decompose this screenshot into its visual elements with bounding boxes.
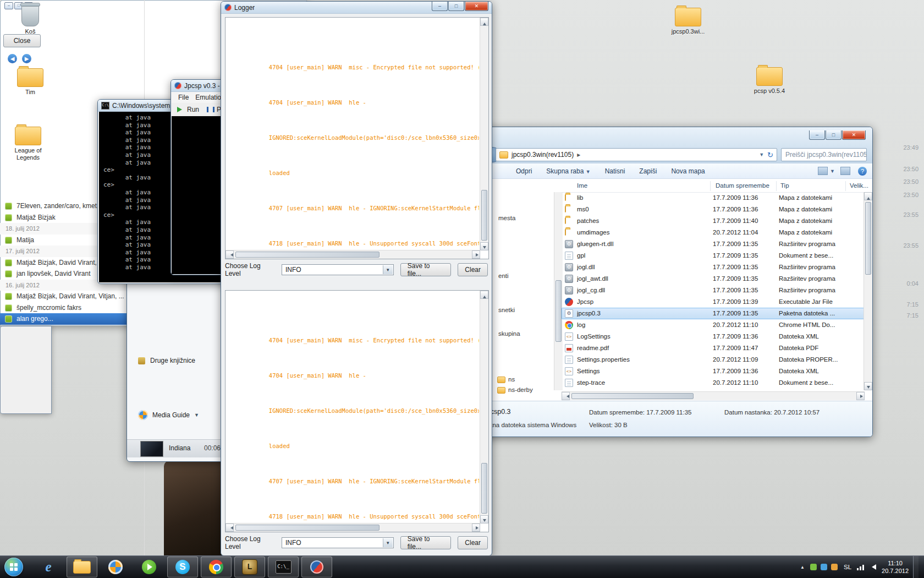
table-row[interactable]: jogl_awt.dll 17.7.2009 11:35 Razširitev … [562,273,865,285]
share-button[interactable]: Skupna raba ▼ [546,167,590,175]
new-folder-button[interactable]: Nova mapa [671,167,705,175]
table-row[interactable]: LogSettings 17.7.2009 11:36 Datoteka XML [562,331,865,342]
maximize-button[interactable]: □ [448,2,464,11]
media-guide-button[interactable]: Media Guide ▼ [138,410,199,420]
log-hscrollbar[interactable] [226,523,480,532]
next-arrow-icon[interactable]: ▶ [22,54,31,63]
tray-app-icon[interactable] [821,564,827,570]
minimize-button[interactable]: – [432,2,448,11]
table-row[interactable]: patches 17.7.2009 11:40 Mapa z datotekam… [562,215,865,227]
language-indicator[interactable]: SL [844,564,851,570]
table-row[interactable]: gluegen-rt.dll 17.7.2009 11:35 Razširite… [562,238,865,250]
chevron-down-icon[interactable]: ▼ [830,168,835,174]
table-row[interactable]: step-trace 20.7.2012 11:10 Dokument z be… [562,377,865,389]
table-row[interactable]: umdimages 20.7.2012 11:04 Mapa z datotek… [562,227,865,238]
breadcrumb[interactable]: jpcsp0.3win(rev1105) [512,151,574,159]
table-row[interactable]: log 20.7.2012 11:10 Chrome HTML Do... [562,319,865,331]
minimize-button[interactable]: – [809,130,825,140]
tray-app-icon[interactable] [831,564,838,570]
column-name[interactable]: Ime [577,182,587,189]
table-row[interactable]: readme.pdf 17.7.2009 11:47 Datoteka PDF [562,342,865,354]
clock[interactable]: 11:10 20.7.2012 [882,559,909,575]
table-row[interactable]: lib 17.7.2009 11:36 Mapa z datotekami [562,192,865,204]
network-icon[interactable] [857,564,864,570]
taskbar-skype-icon[interactable]: S [167,557,198,577]
close-icon[interactable]: ✕ [842,130,866,140]
table-row[interactable]: Settings.properties 20.7.2012 11:09 Dato… [562,354,865,366]
search-box[interactable]: Preišči jpcsp0.3win(rev1105) [781,148,867,161]
table-row[interactable]: jogl_cg.dll 17.7.2009 11:35 Razširitev p… [562,285,865,296]
print-button[interactable]: Natisni [605,167,625,175]
taskbar-java-icon[interactable] [301,557,332,577]
table-row[interactable]: Settings 17.7.2009 11:36 Datoteka XML [562,366,865,377]
table-row[interactable]: Jpcsp 17.7.2009 11:39 Executable Jar Fil… [562,296,865,308]
taskbar-league-of-legends-icon[interactable]: L [234,557,265,577]
taskbar-media-player-icon[interactable] [134,557,164,577]
preview-pane-icon[interactable] [840,167,850,175]
view-icon[interactable] [818,167,828,175]
clear-button[interactable]: Clear [458,536,488,549]
conversation-item[interactable]: alan grego... [0,313,144,325]
nav-item-fragment[interactable]: ns-derby [508,386,533,393]
file-list-hscrollbar[interactable] [562,391,865,400]
scrollbar-thumb[interactable] [556,280,562,342]
nav-item-fragment[interactable]: ns [508,376,515,383]
log-hscrollbar[interactable] [226,250,480,259]
taskbar-wmp-icon[interactable] [100,557,131,577]
taskbar-chrome-icon[interactable] [201,557,232,577]
close-icon[interactable]: ✕ [465,2,488,11]
prev-arrow-icon[interactable]: ◀ [8,54,17,63]
scrollbar-thumb[interactable] [481,463,487,514]
show-desktop-button[interactable] [913,556,919,578]
taskbar-ie-icon[interactable]: e [33,557,64,577]
desktop-icon-pcsp-folder[interactable]: pcsp v0.5.4 [746,64,793,95]
address-bar[interactable]: jpcsp0.3win(rev1105) ▸ ▼ ↻ [496,148,777,161]
other-libraries-item[interactable]: Druge knjižnice [138,356,195,366]
nav-item-fragment[interactable]: snetki [498,307,515,313]
volume-icon[interactable] [869,564,876,570]
open-button[interactable]: Odpri [516,167,532,175]
log-level-select[interactable]: INFO ▼ [282,264,394,275]
column-type[interactable]: Tip [780,182,789,189]
taskbar-cmd-icon[interactable]: C:\_ [268,557,299,577]
menu-file[interactable]: File [178,94,189,101]
taskbar-explorer-icon[interactable] [67,557,97,577]
table-row[interactable]: gpl 17.7.2009 11:35 Dokument z bese... [562,250,865,261]
conversation-item[interactable]: Matjaž Bizjak, David Virant, Vitjan, ... [0,291,144,302]
scrollbar-thumb[interactable] [235,525,380,531]
nav-item-fragment[interactable]: enti [498,272,509,279]
file-list-scrollbar[interactable] [864,192,872,390]
log-scrollbar[interactable] [480,291,488,524]
burn-button[interactable]: Zapiši [639,167,657,175]
desktop-icon-league-of-legends[interactable]: League of Legends [4,123,52,161]
refresh-icon[interactable]: ↻ [767,151,773,159]
desktop-icon-jpcsp-folder[interactable]: jpcsp0.3wi... [664,4,712,35]
tray-expand-icon[interactable]: ▲ [800,565,805,570]
nav-item-fragment[interactable]: skupina [498,330,520,337]
table-row[interactable]: jogl.dll 17.7.2009 11:35 Razširitev prog… [562,261,865,273]
scrollbar-thumb[interactable] [571,393,694,399]
conversation-item[interactable]: špelly_mccromic fakrs [0,302,144,314]
tray-app-icon[interactable] [810,564,817,570]
address-dropdown-icon[interactable]: ▼ [759,152,764,157]
save-to-file-button[interactable]: Save to file... [400,536,452,549]
log-scrollbar[interactable] [480,18,488,250]
scrollbar-thumb[interactable] [235,252,380,258]
table-row[interactable]: jpcsp0.3 17.7.2009 11:35 Paketna datotek… [562,308,865,319]
start-button[interactable] [4,558,23,576]
column-size[interactable]: Velik... [850,182,868,189]
help-icon[interactable]: ? [858,167,867,176]
run-button[interactable]: Run [187,106,199,113]
close-button[interactable]: Close [3,34,41,47]
clear-button[interactable]: Clear [458,263,488,276]
column-date[interactable]: Datum spremembe [716,182,769,189]
table-row[interactable]: ms0 17.7.2009 11:36 Mapa z datotekami [562,204,865,215]
log-level-select[interactable]: INFO ▼ [282,537,394,548]
desktop-icon-recycle-bin[interactable]: Koš [7,3,54,35]
scrollbar-thumb[interactable] [481,190,487,241]
desktop-icon-tim[interactable]: Tim [7,65,54,96]
scrollbar-thumb[interactable] [865,202,871,275]
save-to-file-button[interactable]: Save to file... [400,263,452,276]
maximize-button[interactable]: □ [826,130,842,140]
nav-item-fragment[interactable]: mesta [498,215,515,221]
